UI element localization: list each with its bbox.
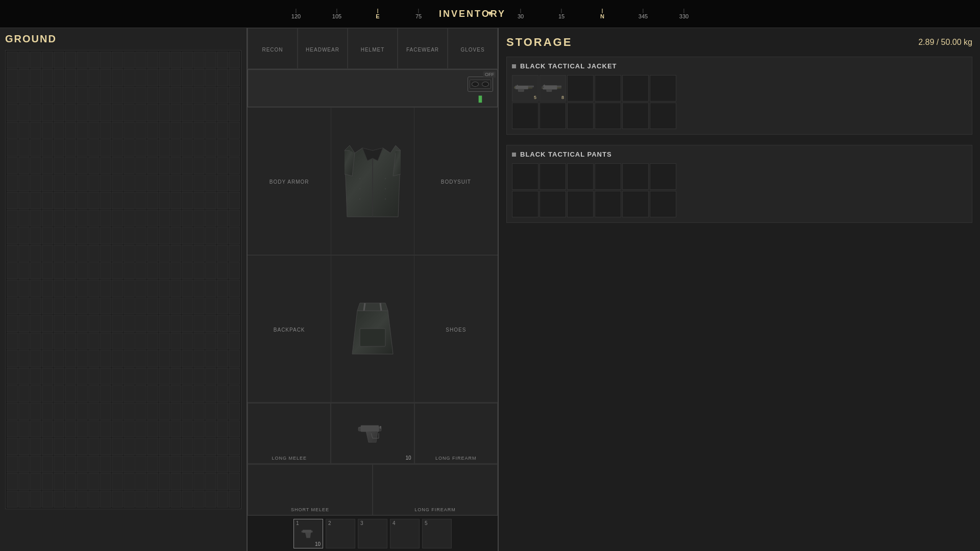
ground-cell[interactable] bbox=[30, 139, 41, 156]
ground-cell[interactable] bbox=[182, 192, 193, 209]
ground-cell[interactable] bbox=[182, 456, 193, 472]
ground-cell[interactable] bbox=[112, 69, 123, 86]
ground-cell[interactable] bbox=[54, 210, 65, 227]
pants-storage-cell[interactable] bbox=[512, 163, 538, 190]
ground-cell[interactable] bbox=[193, 420, 205, 437]
ground-cell[interactable] bbox=[54, 491, 65, 508]
ground-cell[interactable] bbox=[205, 104, 216, 121]
ground-cell[interactable] bbox=[170, 491, 182, 508]
ground-cell[interactable] bbox=[112, 122, 123, 139]
ground-cell[interactable] bbox=[217, 52, 228, 68]
ground-cell[interactable] bbox=[112, 227, 123, 244]
ground-cell[interactable] bbox=[112, 104, 123, 121]
jacket-storage-cell[interactable]: 5 bbox=[512, 75, 538, 102]
ground-cell[interactable] bbox=[159, 456, 170, 472]
ground-cell[interactable] bbox=[147, 403, 158, 419]
jacket-storage-cell[interactable] bbox=[595, 103, 621, 129]
ground-cell[interactable] bbox=[7, 245, 18, 262]
bodysuit-slot[interactable]: BODYSUIT bbox=[414, 108, 498, 255]
ground-cell[interactable] bbox=[65, 403, 76, 419]
ground-cell[interactable] bbox=[193, 52, 205, 68]
ground-cell[interactable] bbox=[112, 52, 123, 68]
ground-cell[interactable] bbox=[100, 420, 111, 437]
ground-cell[interactable] bbox=[30, 420, 41, 437]
ground-cell[interactable] bbox=[77, 473, 88, 490]
ground-cell[interactable] bbox=[147, 385, 158, 402]
ground-cell[interactable] bbox=[65, 174, 76, 191]
ground-cell[interactable] bbox=[124, 438, 135, 455]
ground-cell[interactable] bbox=[88, 227, 100, 244]
ground-cell[interactable] bbox=[217, 210, 228, 227]
ground-cell[interactable] bbox=[124, 333, 135, 349]
ground-cell[interactable] bbox=[135, 456, 146, 472]
ground-cell[interactable] bbox=[205, 262, 216, 279]
ground-cell[interactable] bbox=[135, 297, 146, 314]
hotbar-slot-2[interactable]: 2 bbox=[326, 519, 355, 548]
ground-cell[interactable] bbox=[193, 122, 205, 139]
ground-cell[interactable] bbox=[147, 456, 158, 472]
ground-cell[interactable] bbox=[170, 350, 182, 367]
ground-cell[interactable] bbox=[42, 280, 53, 296]
ground-cell[interactable] bbox=[159, 192, 170, 209]
ground-cell[interactable] bbox=[182, 297, 193, 314]
ground-cell[interactable] bbox=[18, 491, 30, 508]
ground-cell[interactable] bbox=[147, 69, 158, 86]
ground-cell[interactable] bbox=[147, 262, 158, 279]
ground-cell[interactable] bbox=[100, 280, 111, 296]
ground-cell[interactable] bbox=[77, 368, 88, 385]
ground-cell[interactable] bbox=[30, 157, 41, 174]
ground-cell[interactable] bbox=[217, 350, 228, 367]
ground-cell[interactable] bbox=[112, 350, 123, 367]
ground-cell[interactable] bbox=[18, 157, 30, 174]
ground-cell[interactable] bbox=[30, 333, 41, 349]
pants-storage-cell[interactable] bbox=[622, 191, 649, 217]
ground-cell[interactable] bbox=[135, 368, 146, 385]
ground-cell[interactable] bbox=[18, 333, 30, 349]
ground-cell[interactable] bbox=[159, 491, 170, 508]
ground-cell[interactable] bbox=[159, 157, 170, 174]
ground-cell[interactable] bbox=[18, 297, 30, 314]
ground-cell[interactable] bbox=[88, 262, 100, 279]
ground-cell[interactable] bbox=[170, 420, 182, 437]
ground-cell[interactable] bbox=[65, 245, 76, 262]
ground-cell[interactable] bbox=[77, 210, 88, 227]
ground-cell[interactable] bbox=[229, 139, 240, 156]
ground-cell[interactable] bbox=[229, 69, 240, 86]
ground-cell[interactable] bbox=[112, 245, 123, 262]
ground-cell[interactable] bbox=[147, 227, 158, 244]
ground-cell[interactable] bbox=[54, 139, 65, 156]
ground-cell[interactable] bbox=[18, 420, 30, 437]
ground-cell[interactable] bbox=[65, 368, 76, 385]
ground-cell[interactable] bbox=[159, 52, 170, 68]
ground-cell[interactable] bbox=[18, 245, 30, 262]
ground-cell[interactable] bbox=[193, 280, 205, 296]
ground-cell[interactable] bbox=[100, 473, 111, 490]
ground-cell[interactable] bbox=[170, 69, 182, 86]
ground-cell[interactable] bbox=[159, 87, 170, 104]
ground-cell[interactable] bbox=[88, 315, 100, 332]
ground-cell[interactable] bbox=[112, 174, 123, 191]
ground-cell[interactable] bbox=[170, 87, 182, 104]
pants-storage-cell[interactable] bbox=[595, 163, 621, 190]
ground-cell[interactable] bbox=[229, 227, 240, 244]
ground-cell[interactable] bbox=[54, 315, 65, 332]
ground-cell[interactable] bbox=[170, 227, 182, 244]
ground-cell[interactable] bbox=[7, 333, 18, 349]
ground-cell[interactable] bbox=[30, 87, 41, 104]
ground-cell[interactable] bbox=[42, 297, 53, 314]
ground-cell[interactable] bbox=[30, 245, 41, 262]
ground-cell[interactable] bbox=[229, 491, 240, 508]
ground-cell[interactable] bbox=[217, 491, 228, 508]
ground-cell[interactable] bbox=[65, 52, 76, 68]
ground-cell[interactable] bbox=[88, 333, 100, 349]
ground-cell[interactable] bbox=[182, 262, 193, 279]
ground-cell[interactable] bbox=[42, 368, 53, 385]
ground-cell[interactable] bbox=[77, 297, 88, 314]
ground-cell[interactable] bbox=[229, 122, 240, 139]
ground-cell[interactable] bbox=[229, 262, 240, 279]
ground-cell[interactable] bbox=[193, 245, 205, 262]
ground-cell[interactable] bbox=[7, 385, 18, 402]
jacket-storage-cell[interactable] bbox=[595, 75, 621, 102]
hotbar-slot-1[interactable]: 1 10 bbox=[293, 519, 323, 548]
ground-cell[interactable] bbox=[159, 245, 170, 262]
